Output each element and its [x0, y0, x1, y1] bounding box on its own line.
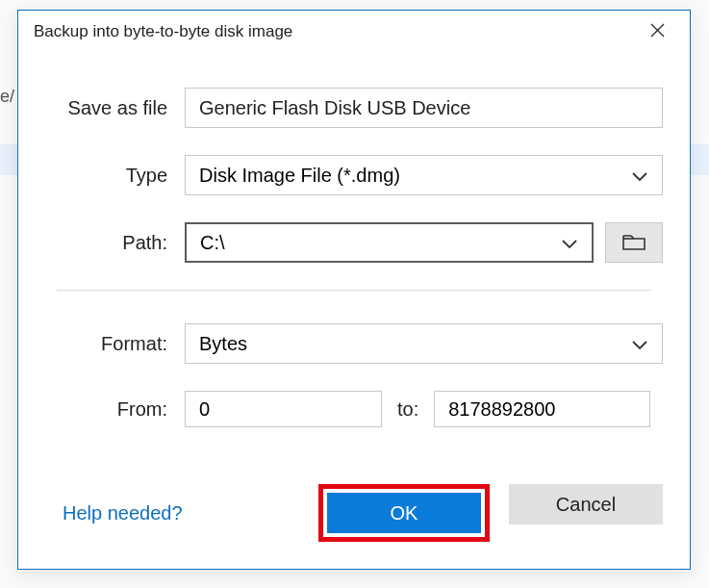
label-save-as: Save as file: [45, 97, 185, 119]
button-group: OK Cancel: [318, 484, 663, 542]
browse-folder-button[interactable]: [605, 222, 663, 263]
from-input[interactable]: [185, 391, 382, 427]
section-divider: [57, 290, 651, 291]
label-type: Type: [45, 165, 185, 187]
help-link[interactable]: Help needed?: [45, 502, 183, 524]
ok-button[interactable]: OK: [327, 493, 481, 533]
dialog-footer: Help needed? OK Cancel: [18, 484, 690, 542]
cancel-button[interactable]: Cancel: [509, 484, 663, 524]
label-to: to:: [382, 398, 434, 421]
chevron-down-icon: [631, 333, 648, 355]
save-as-input[interactable]: [185, 88, 663, 128]
type-select-value: Disk Image File (*.dmg): [199, 165, 400, 187]
backup-dialog: Backup into byte-to-byte disk image Save…: [17, 10, 691, 570]
row-format: Format: Bytes: [45, 323, 663, 364]
close-button[interactable]: [642, 16, 672, 47]
type-select[interactable]: Disk Image File (*.dmg): [185, 155, 663, 195]
chevron-down-icon: [561, 232, 578, 254]
folder-icon: [622, 233, 646, 253]
close-icon: [650, 23, 665, 40]
dialog-title: Backup into byte-to-byte disk image: [34, 22, 292, 41]
dialog-titlebar: Backup into byte-to-byte disk image: [18, 11, 690, 53]
row-type: Type Disk Image File (*.dmg): [45, 155, 663, 195]
to-input[interactable]: [434, 391, 650, 427]
row-range: From: to:: [45, 391, 663, 427]
label-format: Format:: [45, 333, 185, 355]
path-select[interactable]: C:\: [185, 222, 594, 263]
label-path: Path:: [45, 232, 185, 254]
format-select-value: Bytes: [199, 333, 247, 355]
dialog-body: Save as file Type Disk Image File (*.dmg…: [18, 53, 690, 427]
path-select-value: C:\: [200, 232, 225, 254]
ok-highlight-frame: OK: [318, 484, 490, 542]
row-save-as: Save as file: [45, 88, 663, 128]
label-from: From:: [45, 398, 185, 421]
row-path: Path: C:\: [45, 222, 663, 263]
background-path-fragment: e/: [0, 87, 14, 107]
chevron-down-icon: [631, 165, 648, 187]
format-select[interactable]: Bytes: [185, 323, 663, 364]
